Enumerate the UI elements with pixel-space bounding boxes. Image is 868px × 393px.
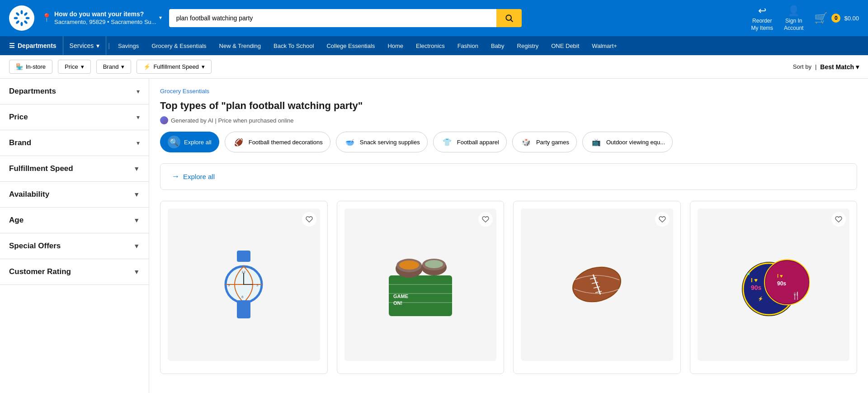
sidebar-section-customer-rating: Customer Rating ▼ xyxy=(0,259,149,285)
sidebar-section-departments: Departments ▾ xyxy=(0,79,149,104)
special-offers-chevron-icon: ▼ xyxy=(133,242,140,250)
add-to-favorites-1[interactable] xyxy=(302,212,316,227)
nav-link-home[interactable]: Home xyxy=(381,36,410,55)
nav-link-registry[interactable]: Registry xyxy=(511,36,545,55)
outdoor-viewing-icon: 📺 xyxy=(590,136,603,148)
nav-link-fashion[interactable]: Fashion xyxy=(451,36,485,55)
svg-point-0 xyxy=(21,10,23,14)
availability-chevron-icon: ▼ xyxy=(133,191,140,198)
product-card-1[interactable]: 12 6 9 3 xyxy=(160,201,328,374)
football-decorations-icon: 🏈 xyxy=(232,136,245,148)
cart-count: 0 xyxy=(831,14,840,23)
filter-brand-button[interactable]: Brand ▾ xyxy=(96,60,132,74)
svg-point-30 xyxy=(399,260,419,270)
chip-football-apparel[interactable]: 👕 Football apparel xyxy=(433,132,507,152)
nav-link-electronics[interactable]: Electronics xyxy=(410,36,451,55)
chip-party-games[interactable]: 🎲 Party games xyxy=(512,132,577,152)
fulfillment-label: Fulfillment Speed xyxy=(153,63,198,70)
ai-label: Generated by AI | Price when purchased o… xyxy=(171,117,294,124)
svg-point-5 xyxy=(24,20,28,24)
product-card-2[interactable]: GAME ON! xyxy=(337,201,505,374)
product-image-4: I ♥ 90s ★ ♦ ⚡ I ♥ 90s 🍴 xyxy=(698,208,850,361)
nav-link-baby[interactable]: Baby xyxy=(485,36,511,55)
filter-price-button[interactable]: Price ▾ xyxy=(58,60,91,74)
nav-link-savings[interactable]: Savings xyxy=(112,36,145,55)
sidebar-header-special-offers[interactable]: Special Offers ▼ xyxy=(0,233,149,259)
add-to-favorites-4[interactable] xyxy=(831,212,846,227)
walmart-logo[interactable] xyxy=(9,5,34,31)
svg-point-1 xyxy=(21,22,23,26)
nav-link-one-debit[interactable]: ONE Debit xyxy=(545,36,585,55)
cart-button[interactable]: 🛒 0 $0.00 xyxy=(814,12,859,24)
nav-link-trending[interactable]: New & Trending xyxy=(213,36,268,55)
game-day-set-illustration: GAME ON! xyxy=(384,248,457,321)
svg-point-3 xyxy=(26,17,30,19)
svg-point-2 xyxy=(14,17,18,19)
content-area: Grocery Essentials Top types of "plan fo… xyxy=(149,79,868,393)
reorder-icon: ↩ xyxy=(758,5,766,17)
cart-icon: 🛒 xyxy=(814,12,828,24)
product-image-1: 12 6 9 3 xyxy=(168,208,320,361)
explore-all-row[interactable]: → Explore all xyxy=(160,163,857,190)
sign-in-button[interactable]: 👤 Sign In Account xyxy=(784,5,803,31)
sidebar-header-availability[interactable]: Availability ▼ xyxy=(0,182,149,207)
sidebar-header-departments[interactable]: Departments ▾ xyxy=(0,79,149,104)
chip-explore-all[interactable]: 🔍 Explore all xyxy=(160,132,219,152)
search-icon xyxy=(505,14,514,23)
chip-snack-serving[interactable]: 🥣 Snack serving supplies xyxy=(336,132,428,152)
sidebar-availability-title: Availability xyxy=(9,190,49,199)
filter-fulfillment-button[interactable]: ⚡ Fulfillment Speed ▾ xyxy=(137,60,211,74)
signin-label: Sign In xyxy=(785,18,802,24)
sidebar-header-brand[interactable]: Brand ▾ xyxy=(0,130,149,156)
product-image-3 xyxy=(521,208,673,361)
sidebar-header-price[interactable]: Price ▾ xyxy=(0,104,149,130)
explore-all-row-label: Explore all xyxy=(183,173,215,180)
breadcrumb-grocery-essentials[interactable]: Grocery Essentials xyxy=(160,88,209,95)
svg-text:3: 3 xyxy=(256,283,259,287)
heart-icon-2 xyxy=(482,216,489,223)
svg-line-9 xyxy=(510,20,513,22)
sort-select-button[interactable]: Best Match ▾ xyxy=(820,63,859,71)
location-button[interactable]: 📍 How do you want your items? Sacramento… xyxy=(42,10,162,26)
search-input[interactable] xyxy=(169,9,496,27)
reorder-button[interactable]: ↩ Reorder My Items xyxy=(751,5,773,31)
sidebar-header-age[interactable]: Age ▼ xyxy=(0,208,149,233)
chip-football-decorations[interactable]: 🏈 Football themed decorations xyxy=(225,132,330,152)
location-address: Sacramento, 95829 • Sacramento Su... xyxy=(54,19,156,26)
explore-all-arrow-icon: → xyxy=(171,172,179,181)
customer-rating-chevron-icon: ▼ xyxy=(133,268,140,275)
sidebar-special-offers-title: Special Offers xyxy=(9,241,61,251)
svg-point-7 xyxy=(15,20,20,24)
chip-explore-all-label: Explore all xyxy=(184,139,212,146)
add-to-favorites-2[interactable] xyxy=(478,212,493,227)
product-card-3[interactable] xyxy=(513,201,681,374)
sidebar-section-price: Price ▾ xyxy=(0,104,149,130)
nav-link-college[interactable]: College Essentials xyxy=(320,36,381,55)
fulfillment-section-chevron-icon: ▼ xyxy=(133,165,140,172)
nav-link-walmart-plus[interactable]: Walmart+ xyxy=(585,36,623,55)
nav-link-back-to-school[interactable]: Back To School xyxy=(267,36,320,55)
snack-serving-icon: 🥣 xyxy=(344,136,356,148)
search-button[interactable] xyxy=(496,9,522,27)
sidebar-header-fulfillment[interactable]: Fulfillment Speed ▼ xyxy=(0,156,149,181)
nav-departments-button[interactable]: ☰ Departments xyxy=(9,36,63,55)
svg-text:★: ★ xyxy=(746,271,750,276)
nav-services-button[interactable]: Services ▾ xyxy=(63,36,107,55)
sidebar-header-customer-rating[interactable]: Customer Rating ▼ xyxy=(0,259,149,284)
basketball-watch-illustration: 12 6 9 3 xyxy=(217,248,271,321)
sidebar-age-title: Age xyxy=(9,216,24,225)
location-pin-icon: 📍 xyxy=(42,13,52,23)
filter-in-store-button[interactable]: 🏪 In-store xyxy=(9,60,52,74)
chip-outdoor-viewing[interactable]: 📺 Outdoor viewing equ... xyxy=(582,132,673,152)
nav-link-grocery[interactable]: Grocery & Essentials xyxy=(145,36,212,55)
chip-football-decorations-label: Football themed decorations xyxy=(249,139,323,146)
price-chevron-icon: ▾ xyxy=(81,63,84,70)
heart-icon-3 xyxy=(659,216,666,223)
signin-sublabel: Account xyxy=(784,25,803,31)
heart-icon-1 xyxy=(306,216,313,223)
fulfillment-chevron-icon: ▾ xyxy=(202,63,205,70)
sidebar-departments-title: Departments xyxy=(9,87,56,96)
add-to-favorites-3[interactable] xyxy=(655,212,670,227)
product-card-4[interactable]: I ♥ 90s ★ ♦ ⚡ I ♥ 90s 🍴 xyxy=(690,201,858,374)
location-chevron-icon: ▾ xyxy=(159,14,162,22)
